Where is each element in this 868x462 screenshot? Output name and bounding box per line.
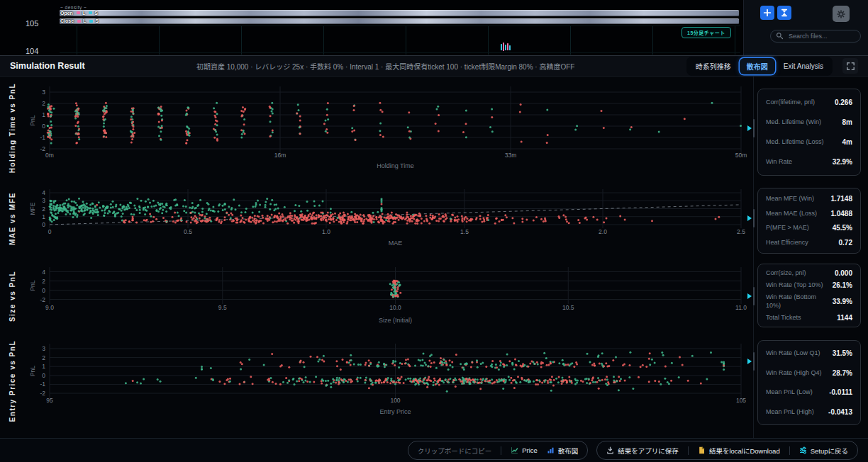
svg-text:1: 1 bbox=[42, 213, 45, 220]
footer-divider bbox=[789, 446, 790, 455]
stat-value: 45.5% bbox=[833, 224, 852, 232]
file-toolbar bbox=[744, 0, 868, 55]
mini-candle bbox=[501, 44, 502, 50]
stat-row: Corr(lifetime, pnl)0.266 bbox=[766, 98, 852, 106]
stat-value: 1.7148 bbox=[830, 195, 852, 203]
svg-text:2: 2 bbox=[42, 354, 45, 361]
legend-chip-label: L bbox=[82, 11, 85, 16]
stat-row: Win Rate (Low Q1)31.5% bbox=[766, 349, 852, 357]
stat-row: Win Rate32.9% bbox=[766, 158, 852, 166]
svg-text:2: 2 bbox=[42, 100, 45, 107]
panel-scroll-thumb bbox=[753, 287, 755, 305]
panel-expand-arrow[interactable] bbox=[747, 293, 752, 299]
footer-button-2-2[interactable]: 結果をlocalにDownload bbox=[698, 446, 780, 456]
stat-value: -0.0413 bbox=[828, 408, 852, 416]
legend-chip bbox=[77, 20, 81, 23]
stat-row: Mean PnL (Low)-0.0111 bbox=[766, 388, 852, 396]
plus-icon bbox=[763, 9, 772, 17]
timeframe-badge[interactable]: 15分足チャート bbox=[681, 27, 731, 38]
stat-value: 32.9% bbox=[833, 158, 852, 166]
top-gridline bbox=[570, 26, 571, 55]
stat-label: Mean PnL (High) bbox=[766, 408, 814, 416]
view-tabs: 時系列推移散布図Exit Analysis bbox=[686, 57, 833, 76]
price-axis-tick: 104 bbox=[26, 47, 38, 55]
stat-value: 33.9% bbox=[833, 298, 852, 305]
footer-button-1-1[interactable]: クリップボードにコピー bbox=[418, 446, 492, 456]
footer-button-2-1[interactable]: 結果をアプリに保存 bbox=[606, 446, 679, 456]
top-gridline bbox=[241, 26, 242, 55]
panel-expand-arrow[interactable] bbox=[747, 359, 752, 364]
settings-button[interactable] bbox=[833, 6, 850, 22]
history-button[interactable] bbox=[777, 6, 791, 20]
footer-button-1-3[interactable]: 散布図 bbox=[547, 446, 579, 456]
legend-chip-label: S bbox=[95, 18, 99, 23]
svg-text:0: 0 bbox=[48, 228, 52, 235]
panel-expand-arrow[interactable] bbox=[747, 125, 752, 131]
expand-icon bbox=[846, 62, 855, 71]
svg-text:4: 4 bbox=[42, 269, 45, 276]
svg-text:-2: -2 bbox=[40, 390, 45, 397]
svg-text:10.5: 10.5 bbox=[562, 304, 574, 311]
tab-exit-analysis[interactable]: Exit Analysis bbox=[777, 60, 830, 73]
tab-時系列推移[interactable]: 時系列推移 bbox=[689, 58, 738, 74]
density-strip-label: OpenLS bbox=[60, 11, 98, 16]
mini-candle bbox=[505, 45, 506, 50]
stat-value: 4m bbox=[842, 138, 852, 146]
svg-text:2: 2 bbox=[42, 205, 45, 213]
stat-row: P(MFE > MAE)45.5% bbox=[766, 224, 852, 232]
search-input[interactable] bbox=[787, 32, 854, 40]
svg-text:95: 95 bbox=[46, 397, 53, 404]
svg-text:PnL: PnL bbox=[29, 366, 36, 376]
stat-value: 26.1% bbox=[833, 281, 852, 289]
chart-row-title: MAE vs MFE bbox=[0, 179, 24, 259]
footer-button-2-3[interactable]: Setupに戻る bbox=[799, 446, 848, 456]
panel-expand-arrow[interactable] bbox=[747, 215, 752, 221]
chart-row-size-vs-pnl: Size vs PnL420-29.09.510.010.511.0Size (… bbox=[0, 261, 752, 332]
stat-row: Win Rate (Top 10%)26.1% bbox=[766, 281, 852, 289]
stat-row: Mean MAE (Loss)1.0488 bbox=[766, 210, 852, 218]
footer-button-1-2[interactable]: Price bbox=[511, 446, 538, 454]
stat-label: Heat Efficiency bbox=[766, 239, 808, 247]
search-box[interactable] bbox=[770, 30, 861, 43]
page-title: Simulation Result bbox=[10, 61, 85, 71]
svg-text:Entry Price: Entry Price bbox=[379, 408, 411, 415]
top-gridline bbox=[323, 26, 324, 55]
footer-divider bbox=[688, 446, 689, 455]
simulation-params: 初期資産 10,000 · レバレッジ 25x · 手数料 0% · Inter… bbox=[85, 61, 686, 72]
stat-row: Win Rate (High Q4)28.7% bbox=[766, 369, 852, 377]
sliders-icon bbox=[799, 446, 807, 454]
download-icon bbox=[606, 446, 614, 454]
footer-group-1: クリップボードにコピーPrice散布図 bbox=[408, 441, 589, 460]
footer-button-label: Setupに戻る bbox=[811, 446, 848, 456]
svg-text:-2: -2 bbox=[40, 296, 45, 303]
chart-row-title-text: MAE vs MFE bbox=[9, 192, 16, 245]
svg-text:33m: 33m bbox=[505, 152, 517, 159]
stat-row: Mean PnL (High)-0.0413 bbox=[766, 408, 852, 416]
chart-row-mae-vs-mfe: MAE vs MFE4321000.51.01.52.02.5MAEMFE bbox=[0, 179, 752, 259]
top-gridline bbox=[77, 26, 77, 55]
add-button[interactable] bbox=[760, 6, 774, 20]
stat-row: Med. Lifetime (Win)8m bbox=[766, 118, 852, 126]
top-gridline bbox=[735, 26, 735, 55]
svg-text:100: 100 bbox=[390, 397, 400, 404]
tab-散布図[interactable]: 散布図 bbox=[740, 58, 775, 74]
chart-row-holding-time-vs-pnl: Holding Time vs PnL3210-1-20m16m33m50mHo… bbox=[0, 79, 752, 177]
chart-row-entry-price-vs-pnl: Entry Price vs PnL3210-1-295100105Entry … bbox=[0, 333, 752, 429]
search-icon bbox=[776, 32, 784, 40]
footer-button-label: 散布図 bbox=[558, 446, 579, 456]
stat-value: 28.7% bbox=[833, 369, 852, 377]
stat-value: 8m bbox=[842, 118, 852, 126]
svg-text:-1: -1 bbox=[40, 381, 45, 388]
stat-label: Win Rate bbox=[766, 158, 792, 166]
fullscreen-button[interactable] bbox=[842, 58, 858, 74]
stat-label: Win Rate (Bottom 10%) bbox=[766, 293, 828, 310]
legend-chip bbox=[89, 20, 93, 23]
stat-label: P(MFE > MAE) bbox=[766, 224, 809, 232]
chart-size-vs-pnl: 420-29.09.510.010.511.0Size (Initial)PnL bbox=[24, 261, 752, 332]
svg-text:3: 3 bbox=[42, 197, 45, 204]
top-gridline bbox=[488, 26, 489, 55]
bar-chart-icon bbox=[547, 446, 555, 454]
gear-icon bbox=[837, 10, 845, 18]
svg-text:1.0: 1.0 bbox=[322, 228, 330, 235]
footer-button-label: Price bbox=[522, 446, 538, 454]
